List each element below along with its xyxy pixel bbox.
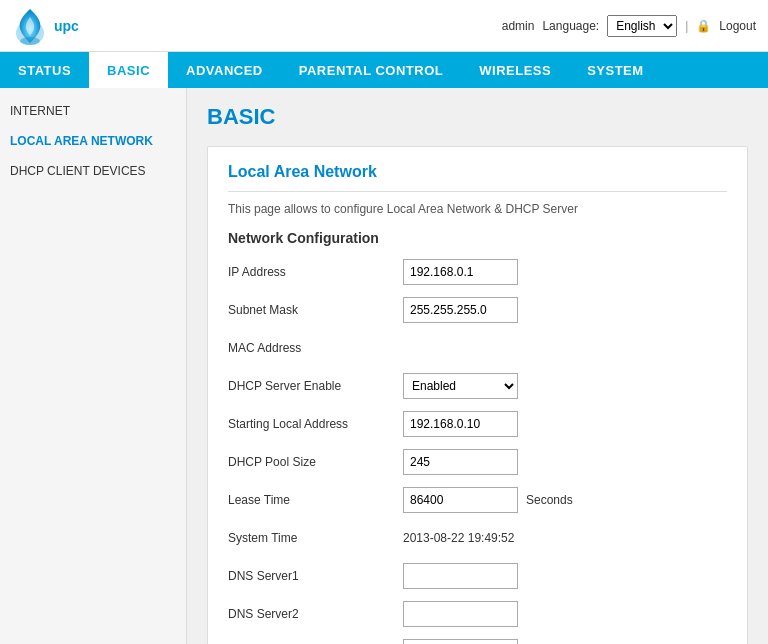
ip-address-input[interactable] xyxy=(403,259,518,285)
nav-status[interactable]: STATUS xyxy=(0,52,89,88)
logo-text: upc xyxy=(54,18,79,34)
page-title: BASIC xyxy=(207,104,748,130)
lease-time-unit: Seconds xyxy=(526,493,573,507)
dhcp-pool-size-label: DHCP Pool Size xyxy=(228,455,403,469)
nav-bar: STATUS BASIC ADVANCED PARENTAL CONTROL W… xyxy=(0,52,768,88)
dns-server1-input[interactable] xyxy=(403,563,518,589)
logout-button[interactable]: Logout xyxy=(719,19,756,33)
dns-server2-row: DNS Server2 xyxy=(228,600,727,628)
ip-address-label: IP Address xyxy=(228,265,403,279)
mac-address-label: MAC Address xyxy=(228,341,403,355)
dns-server2-label: DNS Server2 xyxy=(228,607,403,621)
lease-time-row: Lease Time Seconds xyxy=(228,486,727,514)
main-content: BASIC Local Area Network This page allow… xyxy=(187,88,768,644)
mac-address-row: MAC Address xyxy=(228,334,727,362)
dhcp-enable-select[interactable]: Enabled Disabled xyxy=(403,373,518,399)
logo-area: upc xyxy=(12,5,79,47)
language-select[interactable]: English xyxy=(607,15,677,37)
subnet-mask-label: Subnet Mask xyxy=(228,303,403,317)
lease-time-label: Lease Time xyxy=(228,493,403,507)
domain-name-row: Domain Name xyxy=(228,638,727,644)
subnet-mask-row: Subnet Mask xyxy=(228,296,727,324)
lock-icon: 🔒 xyxy=(696,19,711,33)
dns-server1-label: DNS Server1 xyxy=(228,569,403,583)
flame-logo-icon xyxy=(12,5,48,47)
sidebar-item-lan[interactable]: LOCAL AREA NETWORK xyxy=(0,126,186,156)
dhcp-enable-label: DHCP Server Enable xyxy=(228,379,403,393)
nav-wireless[interactable]: WIRELESS xyxy=(461,52,569,88)
section-desc: This page allows to configure Local Area… xyxy=(228,202,727,216)
content-wrapper: INTERNET LOCAL AREA NETWORK DHCP CLIENT … xyxy=(0,88,768,644)
dhcp-enable-row: DHCP Server Enable Enabled Disabled xyxy=(228,372,727,400)
sidebar: INTERNET LOCAL AREA NETWORK DHCP CLIENT … xyxy=(0,88,187,644)
admin-label: admin xyxy=(502,19,535,33)
starting-local-address-label: Starting Local Address xyxy=(228,417,403,431)
dhcp-pool-size-row: DHCP Pool Size xyxy=(228,448,727,476)
divider: | xyxy=(685,19,688,33)
starting-local-address-input[interactable] xyxy=(403,411,518,437)
system-time-label: System Time xyxy=(228,531,403,545)
starting-local-address-row: Starting Local Address xyxy=(228,410,727,438)
subnet-mask-input[interactable] xyxy=(403,297,518,323)
nav-system[interactable]: SYSTEM xyxy=(569,52,661,88)
sidebar-item-internet[interactable]: INTERNET xyxy=(0,96,186,126)
domain-name-input[interactable] xyxy=(403,639,518,644)
system-time-row: System Time 2013-08-22 19:49:52 xyxy=(228,524,727,552)
dns-server1-row: DNS Server1 xyxy=(228,562,727,590)
nav-basic[interactable]: BASIC xyxy=(89,52,168,88)
ip-address-row: IP Address xyxy=(228,258,727,286)
top-bar: upc admin Language: English | 🔒 Logout xyxy=(0,0,768,52)
nav-advanced[interactable]: ADVANCED xyxy=(168,52,281,88)
system-time-value: 2013-08-22 19:49:52 xyxy=(403,531,514,545)
section-heading: Local Area Network xyxy=(228,163,727,192)
network-config-title: Network Configuration xyxy=(228,230,727,246)
sidebar-item-dhcp[interactable]: DHCP CLIENT DEVICES xyxy=(0,156,186,186)
dns-server2-input[interactable] xyxy=(403,601,518,627)
language-label: Language: xyxy=(542,19,599,33)
nav-parental-control[interactable]: PARENTAL CONTROL xyxy=(281,52,462,88)
section-box: Local Area Network This page allows to c… xyxy=(207,146,748,644)
lease-time-input[interactable] xyxy=(403,487,518,513)
dhcp-pool-size-input[interactable] xyxy=(403,449,518,475)
svg-point-1 xyxy=(20,37,40,45)
top-right-area: admin Language: English | 🔒 Logout xyxy=(502,15,756,37)
